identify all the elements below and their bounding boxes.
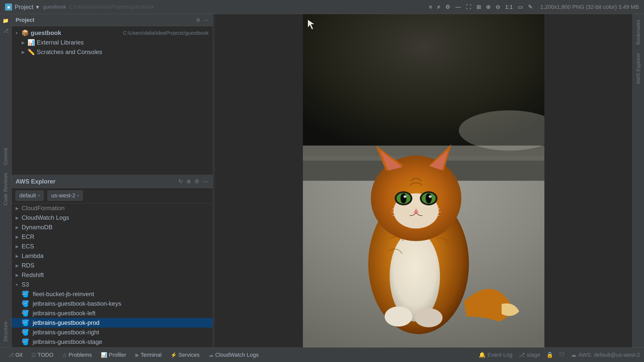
aws-item-cloudwatch[interactable]: ▶ CloudWatch Logs xyxy=(12,213,213,222)
event-log-item[interactable]: 🔔 Event Log xyxy=(479,352,512,358)
region-dropdown[interactable]: us-west-2 ▾ xyxy=(48,191,83,201)
svg-point-20 xyxy=(426,193,432,203)
project-tree: ▾ 📦 guestbook C:\Users\dalia\IdeaProject… xyxy=(12,26,213,175)
profile-dropdown-arrow: ▾ xyxy=(38,194,40,198)
aws-panel-header: AWS Explorer ↻ ⊕ ⚙ — xyxy=(12,175,213,188)
code-reviews-label[interactable]: Code Reviews xyxy=(1,169,10,209)
aws-bucket-right[interactable]: 🪣 jetbrains-guestbook-right xyxy=(12,328,213,337)
tab-profiler[interactable]: 📊 Profiler xyxy=(97,350,130,360)
problems-icon: ⚠ xyxy=(62,352,67,358)
cloudwatch-label: CloudWatch Logs xyxy=(22,214,69,221)
bookmarks-label[interactable]: Bookmarks xyxy=(634,16,643,48)
aws-item-ecr[interactable]: ▶ ECR xyxy=(12,232,213,242)
image-viewer[interactable] xyxy=(215,14,632,347)
zoom-out-icon[interactable]: ⊖ xyxy=(496,4,500,10)
top-toolbar: ▣ Project ▾ guestbook C:\Users\dalia\Ide… xyxy=(0,0,644,14)
aws-refresh-icon[interactable]: ↻ xyxy=(178,178,183,185)
aws-bucket-left[interactable]: 🪣 jetbrains-guestbook-left xyxy=(12,308,213,318)
stage-label: stage xyxy=(527,352,540,358)
aws-bucket-fleet[interactable]: 🪣 fleet-bucket-jb-reinvent xyxy=(12,289,213,299)
structure-label[interactable]: Structure xyxy=(1,318,10,345)
split-icon[interactable]: ⊞ xyxy=(476,4,481,10)
ecr-label: ECR xyxy=(22,233,34,240)
aws-item-s3[interactable]: ▾ S3 xyxy=(12,280,213,289)
git-side-icon[interactable]: ⎇ xyxy=(1,26,10,35)
aws-explorer-label[interactable]: AWS Explorer xyxy=(634,49,643,88)
fit-icon[interactable]: ▭ xyxy=(518,4,523,10)
collapse-all-icon[interactable]: ≠ xyxy=(437,4,440,10)
left-panels: Project ⚙ — ▾ 📦 guestbook C:\Users\dalia… xyxy=(12,14,213,347)
scratches-icon: ✏️ xyxy=(28,49,35,56)
svg-point-8 xyxy=(415,308,442,327)
project-selector[interactable]: ▣ Project ▾ guestbook C:\Users\dalia\Ide… xyxy=(5,4,154,11)
aws-add-icon[interactable]: ⊕ xyxy=(186,178,191,185)
aws-settings-icon[interactable]: ⚙ xyxy=(194,178,199,185)
aws-minimize-icon[interactable]: — xyxy=(203,178,209,185)
todo-tab-label: TODO xyxy=(37,352,53,358)
external-libs-label: External Libraries xyxy=(37,39,209,46)
tree-item-guestbook[interactable]: ▾ 📦 guestbook C:\Users\dalia\IdeaProject… xyxy=(12,28,213,38)
chevron-external-libs: ▶ xyxy=(22,40,26,45)
cloudformation-label: CloudFormation xyxy=(22,205,65,212)
project-dropdown-arrow[interactable]: ▾ xyxy=(36,4,39,11)
tree-item-external-libs[interactable]: ▶ 📊 External Libraries xyxy=(12,38,213,47)
tree-item-scratches[interactable]: ▶ ✏️ Scratches and Consoles xyxy=(12,47,213,57)
aws-bucket-prod[interactable]: 🪣 jetbrains-guestbook-prod xyxy=(12,318,213,328)
aws-item-rds[interactable]: ▶ RDS xyxy=(12,261,213,270)
profile-dropdown[interactable]: default ▾ xyxy=(16,191,44,201)
tab-todo[interactable]: ☑ TODO xyxy=(27,350,57,360)
right-side-bar: Bookmarks AWS Explorer xyxy=(632,14,644,347)
svg-point-19 xyxy=(400,193,407,203)
resize-gutter[interactable] xyxy=(213,14,215,347)
profile-value: default xyxy=(19,192,36,199)
bucket-icon-left: 🪣 xyxy=(22,310,29,317)
terminal-tab-label: Terminal xyxy=(141,352,162,358)
aws-item-redshift[interactable]: ▶ Redshift xyxy=(12,270,213,280)
aws-item-dynamodb[interactable]: ▶ DynamoDB xyxy=(12,222,213,232)
event-log-icon: 🔔 xyxy=(479,352,486,358)
tab-cloudwatch[interactable]: ☁ CloudWatch Logs xyxy=(205,350,263,360)
tab-services[interactable]: ⚡ Services xyxy=(167,350,204,360)
fullscreen-icon[interactable]: ⛶ xyxy=(466,4,471,10)
folder-icon[interactable]: 📁 xyxy=(1,16,10,25)
bucket-icon-bastion: 🪣 xyxy=(22,300,29,307)
svg-point-7 xyxy=(385,306,412,327)
stage-status[interactable]: ⎇ stage xyxy=(518,352,540,358)
lock-status[interactable]: 🔒 xyxy=(546,352,553,358)
panel-minimize-icon[interactable]: — xyxy=(204,17,209,23)
zoom-in-icon[interactable]: ⊕ xyxy=(486,4,491,10)
eyedropper-icon[interactable]: ✎ xyxy=(528,4,533,10)
services-tab-label: Services xyxy=(178,352,199,358)
panel-settings-icon[interactable]: ⚙ xyxy=(196,17,200,23)
aws-item-cloudformation[interactable]: ▶ CloudFormation xyxy=(12,203,213,213)
ecs-label: ECS xyxy=(22,243,34,250)
project-panel: Project ⚙ — ▾ 📦 guestbook C:\Users\dalia… xyxy=(12,14,213,175)
bucket-icon: 🪣 xyxy=(22,291,29,298)
guestbook-path: C:\Users\dalia\IdeaProjects\guestbook xyxy=(123,30,209,36)
project-panel-title: Project xyxy=(16,17,193,23)
chevron-guestbook: ▾ xyxy=(16,31,20,35)
aws-icon: ☁ xyxy=(571,352,576,358)
aws-item-lambda[interactable]: ▶ Lambda xyxy=(12,251,213,261)
aws-bucket-bastion[interactable]: 🪣 jetbrains-guestbook-bastion-keys xyxy=(12,299,213,308)
project-icon: ▣ xyxy=(5,4,12,11)
minimize-icon[interactable]: — xyxy=(455,4,461,10)
tab-problems[interactable]: ⚠ Problems xyxy=(58,350,96,360)
shield-status[interactable]: 🛡 xyxy=(559,352,565,358)
project-path: guestbook xyxy=(43,4,66,10)
bucket-icon-stage: 🪣 xyxy=(22,338,29,345)
tab-terminal[interactable]: ▶ Terminal xyxy=(131,350,166,360)
guestbook-label: guestbook xyxy=(31,29,121,36)
lock-icon: 🔒 xyxy=(546,352,553,358)
expand-all-icon[interactable]: ≡ xyxy=(429,4,432,10)
aws-bucket-stage[interactable]: 🪣 jetbrains-guestbook-stage xyxy=(12,337,213,347)
commit-label[interactable]: Commit xyxy=(1,144,10,169)
external-libs-icon: 📊 xyxy=(28,39,35,46)
actual-size-icon[interactable]: 1:1 xyxy=(505,4,513,10)
tab-git[interactable]: ⎇ Git xyxy=(4,350,26,360)
aws-item-ecs[interactable]: ▶ ECS xyxy=(12,242,213,251)
settings-icon[interactable]: ⚙ xyxy=(445,4,450,10)
s3-label: S3 xyxy=(22,281,29,288)
aws-status[interactable]: ☁ AWS: default@us-west-2 xyxy=(571,352,640,358)
aws-filters: default ▾ us-west-2 ▾ xyxy=(12,188,213,203)
